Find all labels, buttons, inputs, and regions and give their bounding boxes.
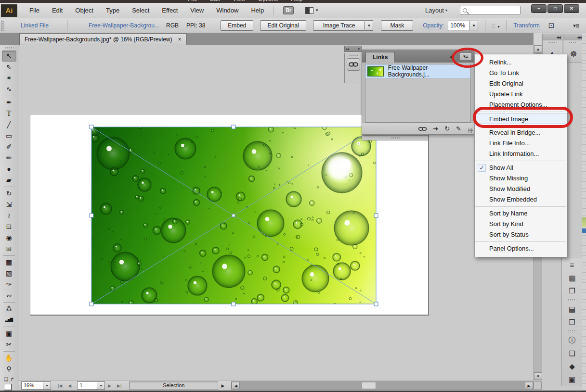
artboard-navigation-combo[interactable]: 1 ▼	[77, 381, 105, 390]
zoom-level-combo[interactable]: 16% ▼	[21, 381, 51, 390]
scroll-down-icon[interactable]: ▼	[534, 372, 542, 380]
rotate-tool[interactable]: ↻	[2, 188, 16, 199]
lasso-tool[interactable]: ∿	[2, 84, 16, 95]
mask-button[interactable]: Mask	[381, 20, 413, 31]
menu-type[interactable]: Type	[100, 4, 126, 17]
scroll-left-icon[interactable]: ◀	[232, 382, 240, 389]
next-artboard-button[interactable]: ▶	[105, 383, 114, 388]
menu-item-link-file-info[interactable]: Link File Info...	[475, 138, 567, 149]
relink-icon[interactable]	[418, 126, 427, 131]
artboard-tool[interactable]: ▣	[2, 328, 16, 339]
swatches-panel-icon[interactable]: ▦	[562, 271, 582, 284]
menu-edit[interactable]: Edit	[46, 4, 69, 17]
menu-item-show-missing[interactable]: Show Missing	[475, 173, 567, 184]
panel-resize-grip[interactable]	[468, 128, 473, 133]
edit-original-button[interactable]: Edit Original	[260, 20, 306, 31]
links-list-item[interactable]: Free-Wallpaper-Backgrounds.j...	[365, 64, 470, 78]
panel-grip[interactable]	[349, 53, 358, 56]
rectangle-tool[interactable]: ▭	[2, 130, 16, 141]
go-to-link-icon[interactable]: ➔	[433, 125, 438, 132]
type-tool[interactable]: T	[2, 108, 16, 119]
fill-stroke-controls[interactable]: ❏↱	[0, 377, 18, 390]
scroll-right-icon[interactable]: ▶	[525, 382, 533, 389]
width-tool[interactable]: ≀	[2, 210, 16, 221]
selection-type-link[interactable]: Linked File	[21, 22, 49, 29]
magic-wand-tool[interactable]: ✶	[2, 73, 16, 84]
menu-view[interactable]: View	[184, 4, 210, 17]
tab-close-icon[interactable]: ×	[178, 36, 182, 43]
expand-panel-icon[interactable]: ▸▸	[346, 47, 350, 51]
crop-marks-icon[interactable]: ⊡	[548, 21, 555, 30]
layers-panel-icon[interactable]: ◆	[562, 360, 582, 373]
menu-item-link-information[interactable]: Link Information...	[475, 149, 567, 159]
menu-item-edit-original[interactable]: Edit Original	[475, 78, 567, 89]
close-button[interactable]: ✕	[564, 4, 579, 13]
symbol-sprayer-tool[interactable]: ⁂	[2, 303, 16, 315]
slice-tool[interactable]: ✂	[2, 339, 16, 350]
transform-link[interactable]: Transform	[514, 22, 540, 29]
image-trace-button[interactable]: Image Trace	[313, 20, 365, 31]
arrange-documents-button[interactable]: ▼	[305, 7, 319, 14]
bridge-button[interactable]: Br	[283, 6, 294, 14]
pathfinder-panel-icon[interactable]: ❒	[562, 316, 582, 329]
search-input[interactable]	[469, 8, 515, 13]
swap-fill-stroke-icon[interactable]: ↱	[10, 377, 14, 382]
menu-item-relink[interactable]: Relink...	[475, 57, 567, 68]
style-indicator-icon[interactable]: ◌▾	[491, 22, 500, 29]
menu-item-sort-by-kind[interactable]: Sort by Kind	[475, 219, 567, 229]
panel-grip[interactable]	[1, 20, 4, 31]
align-panel-icon[interactable]: ▤	[562, 303, 582, 316]
zoom-dropdown-icon[interactable]: ▼	[43, 381, 51, 390]
default-fill-stroke-icon[interactable]: ❏	[4, 377, 8, 382]
pen-tool[interactable]: ✒	[2, 97, 16, 108]
blend-tool[interactable]: ∾	[2, 290, 16, 301]
menu-item-show-all[interactable]: ✓ Show All	[475, 163, 567, 173]
menu-effect[interactable]: Effect	[156, 4, 184, 17]
image-trace-dropdown[interactable]: ▼	[365, 20, 373, 31]
menu-window[interactable]: Window	[210, 4, 245, 17]
zoom-tool[interactable]: ⚲	[2, 364, 16, 375]
links-panel-tab[interactable]: Links	[365, 52, 395, 63]
previous-artboard-button[interactable]: ◀	[65, 383, 74, 388]
status-expand-button[interactable]: ▶	[218, 383, 227, 388]
horizontal-scrollbar-thumb[interactable]	[362, 382, 376, 389]
menu-item-update-link[interactable]: Update Link	[475, 89, 567, 100]
eraser-tool[interactable]: ▰	[2, 175, 16, 186]
info-panel-icon[interactable]: ⓘ	[562, 334, 582, 347]
gradient-tool[interactable]: ▧	[2, 268, 16, 279]
blob-brush-tool[interactable]: ●	[2, 164, 16, 175]
appearance-panel-icon[interactable]: ❏	[562, 347, 582, 360]
document-tab[interactable]: Free-Wallpaper-Backgrounds.jpg* @ 16% (R…	[19, 33, 187, 45]
menu-item-reveal-in-bridge[interactable]: Reveal in Bridge...	[475, 127, 567, 138]
opacity-dropdown[interactable]: ▼	[470, 21, 478, 30]
column-graph-tool[interactable]: ▂▅▇	[2, 315, 16, 326]
menu-help[interactable]: Help	[245, 4, 270, 17]
panel-grip[interactable]	[5, 47, 13, 50]
menu-item-sort-by-status[interactable]: Sort by Status	[475, 229, 567, 240]
filename-link[interactable]: Free-Wallpaper-Backgrou...	[89, 22, 159, 29]
paintbrush-tool[interactable]: ✐	[2, 141, 16, 152]
menu-item-show-embedded[interactable]: Show Embedded	[475, 194, 567, 205]
selection-tool[interactable]: ↖	[2, 51, 16, 62]
hand-tool[interactable]: ✋	[2, 353, 16, 364]
docked-panel-bar[interactable]	[362, 135, 429, 140]
artboard-dropdown-icon[interactable]: ▼	[97, 381, 105, 390]
opacity-link[interactable]: Opacity:	[423, 22, 444, 29]
panel-grip[interactable]	[569, 42, 577, 45]
menu-item-show-modified[interactable]: Show Modified	[475, 184, 567, 194]
perspective-grid-tool[interactable]: ⊞	[2, 243, 16, 254]
menu-item-go-to-link[interactable]: Go To Link	[475, 68, 567, 78]
zoom-level-value[interactable]: 16%	[21, 381, 43, 390]
artboard-number-value[interactable]: 1	[77, 381, 97, 390]
fill-swatch[interactable]	[4, 384, 12, 390]
mesh-tool[interactable]: ▦	[2, 257, 16, 268]
direct-selection-tool[interactable]: ⇖	[2, 62, 16, 73]
opacity-value[interactable]: 100%	[448, 21, 470, 30]
artboards-panel-icon[interactable]: ▣	[562, 373, 582, 386]
panel-grip[interactable]	[568, 299, 576, 302]
placed-image[interactable]	[91, 127, 376, 304]
update-link-icon[interactable]: ↻	[444, 125, 450, 132]
search-box[interactable]	[460, 6, 521, 15]
menu-item-sort-by-name[interactable]: Sort by Name	[475, 208, 567, 219]
panel-grip[interactable]	[548, 42, 557, 45]
